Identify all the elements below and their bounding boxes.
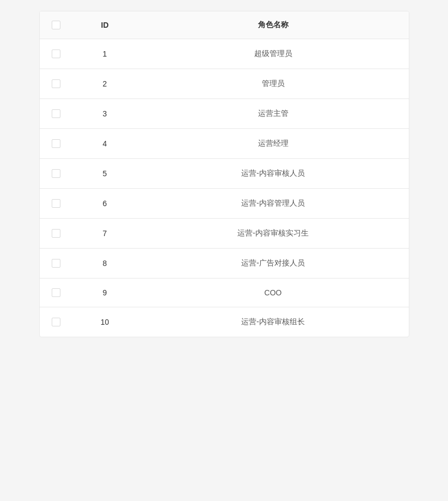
roles-table: ID 角色名称 1超级管理员2管理员3运营主管4运营经理5运营-内容审核人员6运… <box>40 11 409 337</box>
table-row: 1超级管理员 <box>40 39 409 69</box>
row-id-cell: 4 <box>72 129 138 159</box>
row-checkbox-cell <box>40 69 72 99</box>
table-row: 10运营-内容审核组长 <box>40 307 409 337</box>
row-name-cell: 超级管理员 <box>138 39 409 69</box>
table-row: 3运营主管 <box>40 99 409 129</box>
row-checkbox-3[interactable] <box>52 109 60 118</box>
header-name-label: 角色名称 <box>258 20 289 29</box>
header-id-cell: ID <box>72 11 138 39</box>
row-id-cell: 8 <box>72 249 138 279</box>
table-row: 4运营经理 <box>40 129 409 159</box>
row-name-cell: 运营-内容审核组长 <box>138 307 409 337</box>
row-checkbox-7[interactable] <box>52 229 60 238</box>
row-checkbox-cell <box>40 249 72 279</box>
row-name-cell: 运营-内容审核人员 <box>138 159 409 189</box>
row-checkbox-5[interactable] <box>52 169 60 178</box>
row-checkbox-6[interactable] <box>52 199 60 208</box>
row-id-cell: 2 <box>72 69 138 99</box>
row-checkbox-cell <box>40 219 72 249</box>
row-checkbox-8[interactable] <box>52 259 60 268</box>
row-checkbox-10[interactable] <box>52 318 60 326</box>
row-id-cell: 5 <box>72 159 138 189</box>
row-id-cell: 10 <box>72 307 138 337</box>
row-checkbox-cell <box>40 159 72 189</box>
row-checkbox-2[interactable] <box>52 79 60 88</box>
row-name-cell: 运营经理 <box>138 129 409 159</box>
row-checkbox-4[interactable] <box>52 139 60 148</box>
table-row: 5运营-内容审核人员 <box>40 159 409 189</box>
row-name-cell: 运营-内容审核实习生 <box>138 219 409 249</box>
row-id-cell: 3 <box>72 99 138 129</box>
row-name-cell: 运营-广告对接人员 <box>138 249 409 279</box>
row-id-cell: 7 <box>72 219 138 249</box>
row-name-cell: 管理员 <box>138 69 409 99</box>
row-name-cell: 运营-内容管理人员 <box>138 189 409 219</box>
table-row: 9COO <box>40 279 409 307</box>
table-row: 6运营-内容管理人员 <box>40 189 409 219</box>
row-id-cell: 9 <box>72 279 138 307</box>
row-checkbox-1[interactable] <box>52 50 60 58</box>
row-checkbox-cell <box>40 99 72 129</box>
row-checkbox-cell <box>40 307 72 337</box>
row-name-cell: 运营主管 <box>138 99 409 129</box>
roles-table-container: ID 角色名称 1超级管理员2管理员3运营主管4运营经理5运营-内容审核人员6运… <box>39 11 409 337</box>
row-checkbox-cell <box>40 279 72 307</box>
row-id-cell: 6 <box>72 189 138 219</box>
table-row: 8运营-广告对接人员 <box>40 249 409 279</box>
header-name-cell: 角色名称 <box>138 11 409 39</box>
row-checkbox-cell <box>40 39 72 69</box>
header-id-label: ID <box>101 21 109 29</box>
table-row: 7运营-内容审核实习生 <box>40 219 409 249</box>
header-checkbox-cell <box>40 11 72 39</box>
row-checkbox-9[interactable] <box>52 288 60 297</box>
select-all-checkbox[interactable] <box>52 21 60 29</box>
row-id-cell: 1 <box>72 39 138 69</box>
row-name-cell: COO <box>138 279 409 307</box>
row-checkbox-cell <box>40 189 72 219</box>
table-row: 2管理员 <box>40 69 409 99</box>
row-checkbox-cell <box>40 129 72 159</box>
table-header-row: ID 角色名称 <box>40 11 409 39</box>
